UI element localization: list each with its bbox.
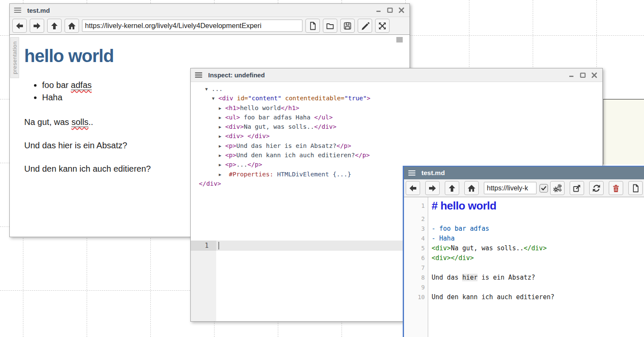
home-button[interactable] <box>65 19 79 33</box>
window-menu-icon[interactable] <box>408 169 415 177</box>
text-cursor <box>218 242 219 249</box>
close-button[interactable] <box>590 71 598 79</box>
token-tri: ▶ <box>219 151 225 160</box>
code-line[interactable] <box>428 263 644 273</box>
checkmark-icon <box>542 187 545 190</box>
code-editor[interactable]: 1# hello world23- foo bar adfas4- Haha5<… <box>404 197 644 337</box>
up-icon <box>51 23 58 29</box>
editor-line: 5<div>Na gut, was solls..</div> <box>404 244 644 253</box>
forward-icon <box>429 185 436 191</box>
code-line[interactable]: - Haha <box>428 234 644 244</box>
preview-heading: hello world <box>24 46 393 66</box>
token-md-header: # hello world <box>432 199 496 212</box>
dom-tree-node[interactable]: ▶<ul> foo bar adfas Haha </ul> <box>191 113 602 122</box>
forward-button[interactable] <box>425 181 440 195</box>
dom-tree-node[interactable]: ▶<p>Und den kann ich auch editieren?</p> <box>191 150 602 160</box>
titlebar[interactable]: test.md <box>404 167 644 179</box>
settings-button[interactable] <box>550 181 565 195</box>
close-button[interactable] <box>398 6 405 14</box>
token-tag: <ul> <box>225 114 240 121</box>
minimize-button[interactable] <box>375 6 382 14</box>
forward-button[interactable] <box>30 19 44 33</box>
code-line[interactable]: Und das hier is ein Absatz? <box>428 273 644 283</box>
token-tag: <div> <box>225 133 244 139</box>
code-line[interactable]: Und den kann ich auch editieren? <box>428 292 644 302</box>
editor-line: 8Und das hier is ein Absatz? <box>404 273 644 283</box>
maximize-icon <box>388 8 393 12</box>
token-tag: </ul> <box>314 114 333 121</box>
dom-tree-node[interactable]: ▶<div>Na gut, was solls..</div> <box>191 122 602 131</box>
window-markdown-editor: test.md 1# hello world23- foo bar adfas4… <box>403 166 644 337</box>
reload-button[interactable] <box>589 181 604 195</box>
dom-tree-node[interactable]: ▼... <box>191 84 602 93</box>
back-button[interactable] <box>12 19 27 33</box>
url-input[interactable] <box>82 20 302 32</box>
token-tri: ▶ <box>219 113 225 122</box>
line-number: 9 <box>404 283 428 292</box>
token-text: ... <box>236 161 247 168</box>
token-text: hello world <box>240 105 281 111</box>
dom-tree-node[interactable]: ▶<p>Und das hier is ein Absatz?</p> <box>191 141 602 150</box>
up-button[interactable] <box>47 19 62 33</box>
token-cls: HTMLDivElement {...} <box>277 171 351 178</box>
presentation-tab[interactable]: presentation <box>10 37 19 78</box>
code-line[interactable]: <div>Na gut, was solls..</div> <box>428 244 644 253</box>
minimize-icon <box>376 11 381 12</box>
home-icon <box>468 185 475 192</box>
scroll-handle[interactable] <box>396 37 403 42</box>
token-tag: <p> <box>225 152 236 159</box>
token-plain: Na gut, was solls.. <box>451 244 524 252</box>
token-text: ... <box>212 85 223 92</box>
new-file-button[interactable] <box>628 181 643 195</box>
maximize-button[interactable] <box>579 71 587 79</box>
token-text: Und das hier is ein Absatz? <box>236 142 336 149</box>
auto-update-checkbox[interactable] <box>539 184 548 193</box>
line-number: 1 <box>191 241 216 251</box>
token-tag: <div <box>218 95 233 102</box>
code-line[interactable]: - foo bar adfas <box>428 224 644 234</box>
token-tri: ▼ <box>205 85 212 94</box>
navigation-toolbar <box>10 17 410 35</box>
up-button[interactable] <box>445 181 459 195</box>
token-text: Na gut, was solls.. <box>244 123 314 130</box>
token-tag: <h1> <box>225 105 240 111</box>
token-plain: foo bar <box>42 80 71 90</box>
token-plain: Und den kann ich auch editieren? <box>24 164 151 173</box>
editor-line: 9 <box>404 283 644 292</box>
save-button[interactable] <box>340 19 355 33</box>
titlebar[interactable]: test.md <box>10 4 410 17</box>
back-button[interactable] <box>406 181 420 195</box>
token-tri: ▶ <box>219 160 225 170</box>
code-line[interactable] <box>428 283 644 292</box>
up-icon <box>449 185 455 192</box>
token-tag: <p> <box>225 142 236 149</box>
line-number: 2 <box>404 214 428 224</box>
minimize-button[interactable] <box>568 71 575 79</box>
dom-tree-node[interactable]: ▼<div id="content" contenteditable="true… <box>191 93 602 103</box>
dom-tree-node[interactable]: ▶<div> </div> <box>191 131 602 141</box>
folder-button[interactable] <box>323 19 337 33</box>
window-menu-icon[interactable] <box>195 71 202 79</box>
open-external-button[interactable] <box>570 181 584 195</box>
window-menu-icon[interactable] <box>14 6 21 14</box>
editor-toolbar <box>404 179 644 197</box>
titlebar[interactable]: Inspect: undefined <box>191 68 602 82</box>
token-mis: solls <box>71 117 88 127</box>
new-file-icon <box>311 22 315 29</box>
code-line[interactable] <box>428 214 644 224</box>
home-button[interactable] <box>464 181 479 195</box>
maximize-button[interactable] <box>386 6 394 14</box>
code-line[interactable]: <div></div> <box>428 253 644 263</box>
token-val: "content" <box>248 95 282 102</box>
new-file-button[interactable] <box>305 19 320 33</box>
delete-button[interactable] <box>609 181 623 195</box>
resize-button[interactable] <box>375 19 390 33</box>
token-tri: ▶ <box>219 142 225 151</box>
code-line[interactable]: # hello world <box>428 197 644 214</box>
edit-button[interactable] <box>358 19 372 33</box>
resize-icon <box>379 23 386 29</box>
dom-tree-node[interactable]: ▶<h1>hello world</h1> <box>191 103 602 113</box>
token-tag: </p> <box>247 161 262 168</box>
url-input[interactable] <box>484 182 537 194</box>
line-number: 4 <box>404 234 428 244</box>
